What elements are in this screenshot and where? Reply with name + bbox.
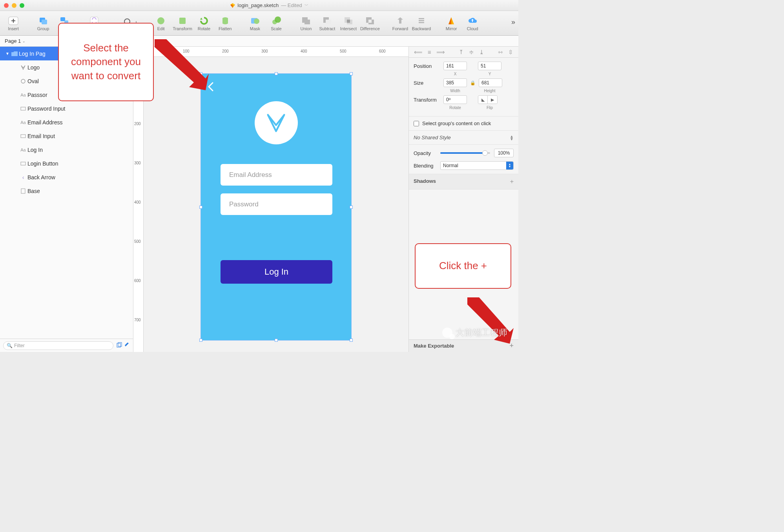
sidebar-footer-icons	[117, 342, 130, 349]
layer-login-button[interactable]: Login Button	[0, 157, 133, 170]
align-middle-icon[interactable]: ≑	[469, 49, 474, 56]
position-x-input[interactable]: 161	[443, 62, 467, 70]
svg-rect-32	[419, 20, 424, 21]
subtract-button[interactable]: Subtract	[318, 15, 337, 31]
difference-label: Difference	[360, 26, 380, 31]
blending-select[interactable]: Normal ▲▼	[440, 161, 514, 170]
mirror-button[interactable]: Mirror	[442, 15, 461, 31]
resize-handle[interactable]	[199, 339, 202, 342]
group-button[interactable]: Group	[34, 15, 53, 31]
distribute-v-icon[interactable]: ⇳	[508, 49, 513, 56]
rotate-input[interactable]: 0º	[443, 95, 467, 104]
close-window-button[interactable]	[4, 3, 9, 8]
difference-button[interactable]: Difference	[360, 15, 380, 31]
minimize-window-button[interactable]	[12, 3, 16, 8]
height-input[interactable]: 681	[479, 78, 502, 87]
rotate-button[interactable]: Rotate	[195, 15, 213, 31]
svg-marker-30	[397, 17, 403, 24]
window-titlebar: login_page.sketch — Edited ﹀	[0, 0, 518, 11]
union-button[interactable]: Union	[297, 15, 315, 31]
blending-row: Blending Normal ▲▼	[409, 161, 518, 174]
zoom-window-button[interactable]	[20, 3, 24, 8]
opacity-value[interactable]: 100%	[494, 149, 514, 157]
layer-label: Passsor	[27, 92, 47, 98]
select-arrows-icon: ▲▼	[506, 162, 513, 169]
make-exportable-label: Make Exportable	[414, 343, 454, 349]
lock-aspect-icon[interactable]: 🔒	[470, 80, 476, 86]
y-sublabel: Y	[478, 72, 501, 76]
layer-label: Log In	[27, 147, 43, 153]
flip-h-button[interactable]: ◣	[478, 96, 488, 104]
layer-email-text[interactable]: AaEmail Address	[0, 115, 133, 129]
disclosure-triangle-icon[interactable]: ▼	[5, 51, 10, 56]
layer-filter-input[interactable]: 🔍 Filter	[3, 341, 113, 350]
resize-handle[interactable]	[350, 72, 353, 75]
toolbar-overflow-icon[interactable]: »	[511, 18, 515, 26]
layer-login-text[interactable]: AaLog In	[0, 143, 133, 157]
search-icon: 🔍	[7, 343, 13, 348]
artboard-login-page[interactable]: Email Address Password Log In	[201, 73, 352, 341]
select-group-content-row[interactable]: Select group's content on click	[409, 117, 518, 131]
align-top-icon[interactable]: ⤒	[459, 49, 464, 56]
align-bottom-icon[interactable]: ⤓	[479, 49, 484, 56]
rotate-label: Rotate	[198, 26, 210, 31]
svg-point-17	[254, 18, 259, 24]
mask-button[interactable]: Mask	[246, 15, 264, 31]
layer-label: Logo	[27, 64, 40, 71]
resize-handle[interactable]	[350, 206, 353, 209]
opacity-row: Opacity 100%	[409, 145, 518, 161]
folder-icon	[10, 51, 19, 56]
stepper-icon: ▲▼	[510, 135, 514, 140]
layer-password-input[interactable]: Password Input	[0, 102, 133, 115]
flip-v-button[interactable]: ▶	[488, 96, 497, 104]
forward-button[interactable]: Forward	[391, 15, 410, 31]
flatten-label: Flatten	[219, 26, 232, 31]
distribute-h-icon[interactable]: ⇿	[498, 49, 503, 56]
transform-button[interactable]: Transform	[173, 15, 192, 31]
canvas[interactable]: Email Address Password Log In	[144, 57, 408, 352]
backward-button[interactable]: Backward	[412, 15, 431, 31]
intersect-button[interactable]: Intersect	[339, 15, 358, 31]
page-label: Page 1	[5, 38, 21, 44]
pages-icon[interactable]	[117, 342, 122, 349]
position-y-input[interactable]: 51	[478, 62, 501, 70]
resize-handle[interactable]	[199, 206, 202, 209]
layer-label: Base	[27, 188, 40, 194]
annotation-callout-2: Click the +	[415, 243, 511, 289]
text-icon: Aa	[19, 120, 27, 125]
resize-handle[interactable]	[275, 72, 278, 75]
backward-label: Backward	[412, 26, 431, 31]
shared-style-select[interactable]: No Shared Style ▲▼	[409, 131, 518, 145]
title-chevron-icon[interactable]: ﹀	[304, 3, 308, 8]
align-center-h-icon[interactable]: ≡	[428, 49, 431, 55]
watermark: 大前端工程师	[442, 327, 507, 339]
svg-rect-40	[21, 162, 26, 165]
resize-handle[interactable]	[275, 339, 278, 342]
layer-base[interactable]: Base	[0, 184, 133, 198]
add-shadow-button[interactable]: +	[510, 178, 514, 185]
edit-button[interactable]: Edit	[151, 15, 170, 31]
align-right-icon[interactable]: ⟹	[436, 49, 445, 56]
ruler-tick: 600	[379, 49, 386, 53]
rect-icon	[19, 134, 27, 138]
slice-icon[interactable]	[124, 342, 130, 349]
select-group-checkbox[interactable]	[414, 121, 419, 126]
position-label: Position	[414, 63, 440, 69]
layer-email-input[interactable]: Email Input	[0, 129, 133, 143]
width-input[interactable]: 385	[443, 78, 467, 87]
resize-handle[interactable]	[350, 339, 353, 342]
scale-button[interactable]: Scale	[267, 15, 286, 31]
geometry-panel: Position 161 51 XY Size 385 🔒 681 WidthH…	[409, 58, 518, 117]
layer-back-arrow[interactable]: ‹Back Arrow	[0, 170, 133, 184]
align-left-icon[interactable]: ⟸	[414, 49, 423, 56]
insert-button[interactable]: Insert	[4, 15, 23, 31]
opacity-slider[interactable]	[440, 152, 490, 154]
transform-label: Transform	[414, 97, 440, 103]
select-group-label: Select group's content on click	[422, 120, 491, 126]
cloud-label: Cloud	[467, 26, 478, 31]
shadows-section-header[interactable]: Shadows +	[409, 174, 518, 189]
flatten-button[interactable]: Flatten	[216, 15, 235, 31]
union-label: Union	[301, 26, 312, 31]
cloud-button[interactable]: Cloud	[463, 15, 482, 31]
layer-label: Password Input	[27, 106, 66, 112]
